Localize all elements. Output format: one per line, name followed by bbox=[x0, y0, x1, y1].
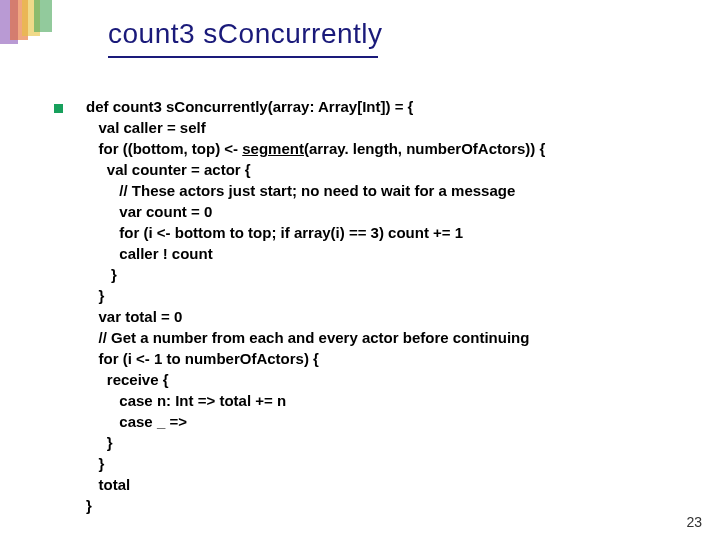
svg-rect-3 bbox=[34, 0, 52, 32]
code-line: for ((bottom, top) <- bbox=[86, 140, 242, 157]
code-line: case n: Int => total += n bbox=[86, 392, 286, 409]
code-line: } bbox=[86, 287, 104, 304]
code-line: receive { bbox=[86, 371, 169, 388]
code-line: var count = 0 bbox=[86, 203, 212, 220]
code-line: } bbox=[86, 497, 92, 514]
code-line: var total = 0 bbox=[86, 308, 182, 325]
svg-rect-2 bbox=[22, 0, 40, 36]
title-underline bbox=[108, 56, 378, 58]
svg-rect-1 bbox=[10, 0, 28, 40]
code-line: } bbox=[86, 266, 117, 283]
code-line: val caller = self bbox=[86, 119, 206, 136]
code-block: def count3 sConcurrently(array: Array[In… bbox=[86, 96, 545, 516]
code-line: total bbox=[86, 476, 130, 493]
code-line: // Get a number from each and every acto… bbox=[86, 329, 529, 346]
page-number: 23 bbox=[686, 514, 702, 530]
svg-rect-0 bbox=[0, 0, 18, 44]
code-line: for (i <- 1 to numberOfActors) { bbox=[86, 350, 319, 367]
slide-title: count3 sConcurrently bbox=[108, 18, 383, 50]
code-line: val counter = actor { bbox=[86, 161, 251, 178]
code-line: } bbox=[86, 434, 113, 451]
code-line: caller ! count bbox=[86, 245, 213, 262]
code-line: } bbox=[86, 455, 104, 472]
code-line: // These actors just start; no need to w… bbox=[86, 182, 515, 199]
code-line: case _ => bbox=[86, 413, 187, 430]
code-line: for (i <- bottom to top; if array(i) == … bbox=[86, 224, 463, 241]
code-line: def count3 sConcurrently(array: Array[In… bbox=[86, 98, 413, 115]
corner-decoration bbox=[0, 0, 52, 44]
bullet-square bbox=[54, 104, 63, 113]
code-line: (array. length, numberOfActors)) { bbox=[304, 140, 545, 157]
code-underlined: segment bbox=[242, 140, 304, 157]
